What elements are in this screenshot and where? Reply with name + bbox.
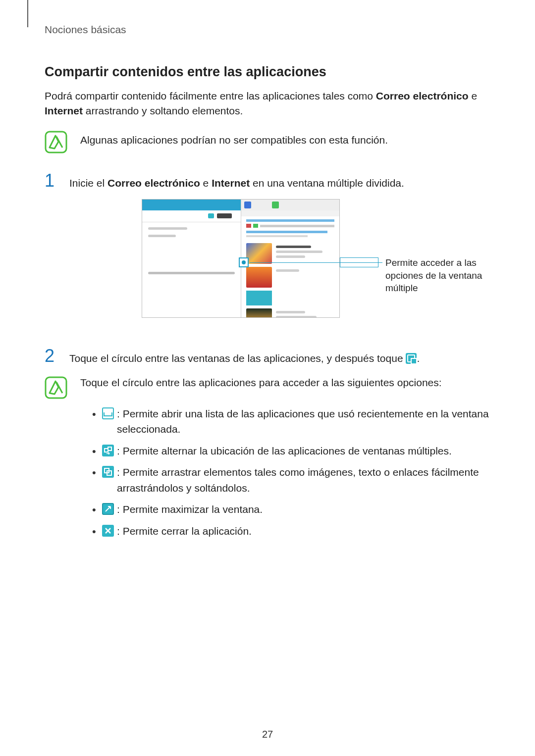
bullet-text: : Permite cerrar la aplicación.: [117, 525, 252, 537]
bullet-text: : Permite alternar la ubicación de las a…: [117, 445, 452, 456]
maximize-icon: [102, 503, 114, 515]
svg-rect-3: [108, 447, 111, 451]
options-list: : Permite abrir una lista de las aplicac…: [45, 406, 495, 539]
drag-icon: [406, 353, 417, 364]
list-item: : Permite arrastrar elementos tales como…: [87, 464, 495, 496]
intro-b2: Internet: [45, 105, 83, 116]
note-text: Algunas aplicaciones podrían no ser comp…: [80, 130, 388, 148]
swap-icon: [102, 445, 114, 456]
figure-left-pane: [142, 200, 241, 317]
svg-rect-1: [46, 377, 66, 398]
note-row: Algunas aplicaciones podrían no ser comp…: [45, 130, 495, 153]
step-number: 2: [45, 346, 59, 366]
bullet-text: : Permite abrir una lista de las aplicac…: [117, 408, 489, 435]
tip-block: Toque el círculo entre las aplicaciones …: [45, 375, 495, 399]
list-item: : Permite cerrar la aplicación.: [87, 523, 495, 539]
callout-text: Permite acceder a las opciones de la ven…: [385, 256, 495, 295]
section-title: Compartir contenidos entre las aplicacio…: [45, 64, 495, 80]
intro-b1: Correo electrónico: [376, 90, 469, 101]
intro-post: arrastrando y soltando elementos.: [83, 105, 243, 116]
step-1: 1 Inicie el Correo electrónico e Interne…: [45, 170, 495, 191]
list-item: : Permite alternar la ubicación de las a…: [87, 443, 495, 459]
step2-pre: Toque el círculo entre las ventanas de l…: [69, 353, 406, 364]
step1-b2: Internet: [212, 177, 250, 189]
bullet-text: : Permite arrastrar elementos tales como…: [117, 466, 479, 494]
step-1-text: Inicie el Correo electrónico e Internet …: [69, 176, 404, 191]
page-number: 27: [0, 729, 535, 740]
note-icon: [45, 376, 67, 399]
step1-post: en una ventana múltiple dividida.: [250, 177, 404, 189]
step1-b1: Correo electrónico: [107, 177, 200, 189]
figure-right-pane: [241, 200, 340, 317]
figure-wrap: Permite acceder a las opciones de la ven…: [45, 199, 495, 333]
drag-icon: [102, 466, 114, 478]
intro-mid: e: [469, 90, 478, 101]
intro-paragraph: Podrá compartir contenido fácilmente ent…: [45, 89, 495, 119]
intro-pre: Podrá compartir contenido fácilmente ent…: [45, 90, 376, 101]
bullet-text: : Permite maximizar la ventana.: [117, 504, 263, 515]
close-icon: [102, 525, 114, 537]
breadcrumb: Nociones básicas: [45, 24, 495, 36]
margin-rule: [27, 0, 28, 27]
document-page: Nociones básicas Compartir contenidos en…: [0, 0, 535, 756]
window-icon: [102, 407, 114, 419]
step1-pre: Inicie el: [69, 177, 107, 189]
multiwindow-handle-marker: [239, 257, 249, 267]
step-2-text: Toque el círculo entre las ventanas de l…: [69, 351, 420, 366]
list-item: : Permite maximizar la ventana.: [87, 502, 495, 517]
tip-intro: Toque el círculo entre las aplicaciones …: [80, 375, 442, 390]
callout-target-box: [340, 257, 378, 267]
list-item: : Permite abrir una lista de las aplicac…: [87, 406, 495, 437]
step-2: 2 Toque el círculo entre las ventanas de…: [45, 346, 495, 366]
step1-mid: e: [200, 177, 212, 189]
svg-rect-0: [46, 132, 66, 152]
note-icon: [45, 131, 67, 153]
step-number: 1: [45, 170, 59, 191]
svg-rect-2: [105, 449, 108, 452]
